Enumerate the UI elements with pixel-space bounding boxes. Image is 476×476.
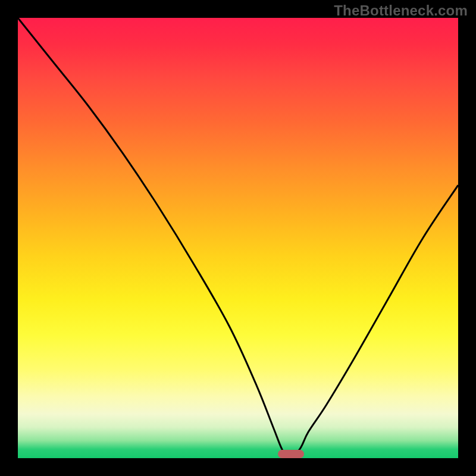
chart-frame: TheBottleneck.com xyxy=(0,0,476,476)
bottleneck-curve xyxy=(18,18,458,458)
curve-path xyxy=(18,18,458,458)
watermark-label: TheBottleneck.com xyxy=(334,2,468,19)
plot-area xyxy=(18,18,458,458)
optimal-marker xyxy=(278,450,304,458)
